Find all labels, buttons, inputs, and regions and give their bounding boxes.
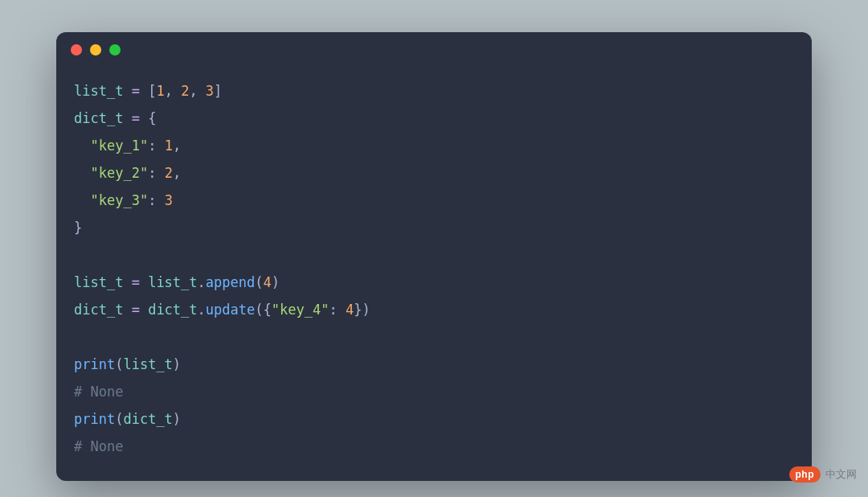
number: 4 [346, 302, 354, 318]
punct: ( [115, 411, 123, 427]
variable: dict_t [148, 302, 197, 318]
punct: } [354, 302, 362, 318]
punct: ) [362, 302, 370, 318]
punct: : [148, 192, 164, 208]
variable: list_t [74, 274, 123, 290]
punct: . [198, 302, 206, 318]
logo-badge: php [789, 466, 821, 483]
code-window: list_t = [1, 2, 3] dict_t = { "key_1": 1… [56, 32, 812, 481]
indent [74, 192, 90, 208]
punct: ( [255, 302, 263, 318]
comment: # None [74, 438, 123, 454]
variable: list_t [74, 83, 123, 99]
function: print [74, 356, 115, 372]
punct: } [74, 220, 82, 236]
punct: ) [173, 411, 181, 427]
punct: ) [272, 274, 280, 290]
punct: , [165, 83, 181, 99]
variable: list_t [123, 356, 172, 372]
punct: , [173, 165, 181, 181]
punct: [ [148, 83, 156, 99]
operator: = [123, 302, 148, 318]
operator: = [123, 274, 148, 290]
number: 1 [165, 138, 173, 154]
punct: , [173, 138, 181, 154]
string: "key_4" [272, 302, 330, 318]
punct: : [148, 165, 164, 181]
function: print [74, 411, 115, 427]
maximize-icon[interactable] [109, 44, 121, 55]
code-area: list_t = [1, 2, 3] dict_t = { "key_1": 1… [56, 68, 812, 481]
minimize-icon[interactable] [90, 44, 101, 55]
logo-text: 中文网 [825, 467, 857, 482]
number: 3 [206, 83, 214, 99]
operator: = [123, 83, 148, 99]
punct: ] [214, 83, 222, 99]
variable: list_t [148, 274, 197, 290]
punct: ) [173, 356, 181, 372]
punct: . [198, 274, 206, 290]
number: 3 [165, 192, 173, 208]
function: update [206, 302, 255, 318]
number: 2 [165, 165, 173, 181]
string: "key_3" [90, 192, 148, 208]
function: append [206, 274, 255, 290]
punct: : [329, 302, 345, 318]
watermark-logo: php 中文网 [789, 466, 858, 483]
number: 1 [156, 83, 164, 99]
variable: dict_t [74, 110, 123, 126]
punct: , [189, 83, 205, 99]
punct: ( [115, 356, 123, 372]
comment: # None [74, 384, 123, 400]
string: "key_2" [90, 165, 148, 181]
number: 4 [263, 274, 271, 290]
punct: ( [255, 274, 263, 290]
indent [74, 138, 90, 154]
close-icon[interactable] [71, 44, 82, 55]
punct: { [263, 302, 271, 318]
indent [74, 165, 90, 181]
string: "key_1" [90, 138, 148, 154]
variable: dict_t [123, 411, 172, 427]
number: 2 [181, 83, 189, 99]
variable: dict_t [74, 302, 123, 318]
punct: { [148, 110, 156, 126]
punct: : [148, 138, 164, 154]
operator: = [123, 110, 148, 126]
titlebar [56, 32, 812, 68]
